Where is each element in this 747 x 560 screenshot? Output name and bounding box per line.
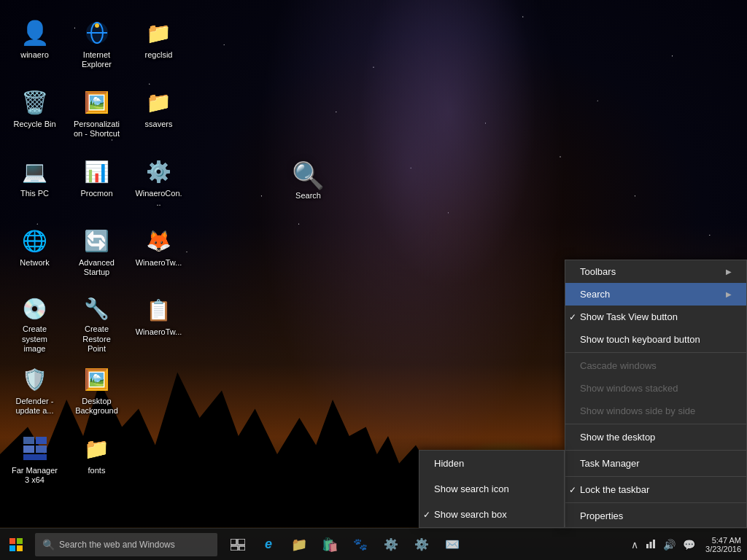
defender-label: Defender - update a...	[11, 397, 58, 416]
desktop-bg-label: Desktop Background	[73, 397, 120, 416]
fonts-icon: 📁	[82, 434, 112, 463]
ctx-show-task-view[interactable]: Show Task View button	[565, 306, 746, 328]
taskbar-search-icon: 🔍	[42, 539, 55, 551]
ctx-search[interactable]: Search	[565, 283, 746, 306]
regclsid-icon: 📁	[144, 18, 174, 47]
icon-procmon[interactable]: 📊 Procmon	[69, 153, 124, 219]
svg-rect-4	[23, 437, 34, 444]
create-system-icon: 💿	[20, 295, 50, 322]
search-desktop-icon[interactable]: 🔍 Search	[292, 160, 325, 201]
icon-this-pc[interactable]: 💻 This PC	[7, 153, 62, 219]
winaero-label: winaero	[20, 50, 49, 60]
network-label: Network	[20, 258, 49, 268]
ctx-cascade: Cascade windows	[565, 354, 746, 377]
ctx-toolbars[interactable]: Toolbars	[565, 260, 746, 283]
ctx-properties[interactable]: Properties	[565, 505, 746, 527]
action-center-icon[interactable]: 💬	[681, 537, 697, 552]
regclsid-label: regclsid	[145, 50, 173, 60]
ctx-task-manager[interactable]: Task Manager	[565, 452, 746, 475]
icon-far-manager[interactable]: Far Manager 3 x64	[7, 430, 62, 496]
mail-icon: ✉️	[445, 537, 460, 551]
ctx-show-side: Show windows side by side	[565, 400, 746, 422]
svg-rect-18	[650, 542, 652, 548]
ctx-show-touch-keyboard[interactable]: Show touch keyboard button	[565, 328, 746, 351]
icon-winaerotweak2[interactable]: 📋 WinaeroTw...	[131, 292, 186, 357]
ssavers-icon: 📁	[144, 88, 174, 117]
ie-icon	[82, 18, 112, 47]
winaerocon-icon: ⚙️	[144, 157, 174, 186]
svg-rect-13	[231, 539, 236, 545]
create-restore-label: Create Restore Point	[73, 324, 120, 354]
sub-hidden[interactable]: Hidden	[419, 451, 564, 476]
icon-winaerocon[interactable]: ⚙️ WinaeroCon...	[131, 153, 186, 219]
svg-rect-15	[231, 546, 238, 551]
task-view-button[interactable]	[223, 530, 252, 559]
icon-advanced[interactable]: 🔄 Advanced Startup	[69, 222, 124, 288]
icon-internet-explorer[interactable]: Internet Explorer	[69, 15, 124, 80]
procmon-label: Procmon	[80, 189, 112, 198]
icon-create-system-image[interactable]: 💿 Create system image	[7, 292, 62, 357]
create-system-label: Create system image	[11, 324, 58, 354]
app1-icon: 🐾	[353, 537, 368, 551]
file-explorer-button[interactable]: 📁	[285, 530, 314, 559]
icon-winaerotweak1[interactable]: 🦊 WinaeroTw...	[131, 222, 186, 288]
winaerotweak2-label: WinaeroTw...	[136, 327, 182, 337]
ssavers-label: ssavers	[145, 120, 173, 129]
search-desktop-label: Search	[295, 191, 321, 201]
icon-fonts[interactable]: 📁 fonts	[69, 430, 124, 496]
winaero-icon: 👤	[20, 18, 50, 47]
desktop-bg-icon: 🖼️	[82, 365, 112, 394]
ctx-separator-5	[565, 502, 746, 503]
procmon-icon: 📊	[82, 157, 112, 186]
store-icon: 🛍️	[322, 537, 338, 553]
volume-tray-icon[interactable]: 🔊	[662, 537, 677, 552]
taskbar-search-bar[interactable]: 🔍 Search the web and Windows	[35, 533, 217, 556]
file-explorer-icon: 📁	[291, 537, 307, 553]
svg-rect-6	[23, 446, 34, 453]
ctx-separator-2	[565, 424, 746, 424]
icon-winaero[interactable]: 👤 winaero	[7, 15, 62, 80]
network-tray-icon[interactable]	[644, 537, 657, 552]
sub-show-search-box[interactable]: Show search box	[419, 502, 564, 527]
ctx-show-stacked: Show windows stacked	[565, 377, 746, 400]
sub-show-search-icon[interactable]: Show search icon	[419, 476, 564, 502]
desktop: 👤 winaero Internet Explorer 📁 regclsid 🗑…	[0, 0, 747, 560]
winaerotweak2-icon: 📋	[144, 295, 174, 324]
desktop-icons-grid: 👤 winaero Internet Explorer 📁 regclsid 🗑…	[0, 7, 197, 503]
clock-time: 5:47 AM	[712, 536, 741, 545]
icon-personalization[interactable]: 🖼️ Personalization - Shortcut	[69, 84, 124, 149]
icon-create-restore[interactable]: 🔧 Create Restore Point	[69, 292, 124, 357]
task-view-icon	[231, 539, 245, 551]
taskbar-context-menu: Toolbars Search Show Task View button Sh…	[565, 260, 747, 528]
network-icon: 🌐	[20, 226, 50, 255]
recycle-label: Recycle Bin	[13, 120, 55, 129]
ctx-show-desktop[interactable]: Show the desktop	[565, 426, 746, 448]
taskbar-app-buttons: e 📁 🛍️ 🐾 ⚙️ ⚙️ ✉️	[220, 530, 470, 559]
edge-button[interactable]: e	[254, 530, 283, 559]
mail-button[interactable]: ✉️	[438, 530, 467, 559]
settings-button[interactable]: ⚙️	[407, 530, 436, 559]
this-pc-label: This PC	[20, 189, 49, 198]
start-button[interactable]	[0, 529, 32, 561]
icon-defender[interactable]: 🛡️ Defender - update a...	[7, 361, 62, 427]
search-desktop-img: 🔍	[292, 160, 325, 191]
search-submenu: Hidden Show search icon Show search box	[419, 450, 565, 528]
icon-network[interactable]: 🌐 Network	[7, 222, 62, 288]
ctx-separator-1	[565, 352, 746, 353]
icon-regclsid[interactable]: 📁 regclsid	[131, 15, 186, 80]
icon-recycle-bin[interactable]: 🗑️ Recycle Bin	[7, 84, 62, 149]
show-hidden-tray-button[interactable]: ∧	[630, 537, 640, 552]
defender-icon: 🛡️	[20, 365, 50, 394]
clock-date: 3/23/2016	[705, 545, 741, 553]
icon-ssavers[interactable]: 📁 ssavers	[131, 84, 186, 149]
advanced-icon: 🔄	[82, 226, 112, 255]
ctx-lock-taskbar[interactable]: Lock the taskbar	[565, 478, 746, 501]
taskbar-clock[interactable]: 5:47 AM 3/23/2016	[705, 536, 741, 553]
app1-button[interactable]: 🐾	[346, 530, 375, 559]
store-button[interactable]: 🛍️	[315, 530, 344, 559]
icon-desktop-background[interactable]: 🖼️ Desktop Background	[69, 361, 124, 427]
settings-icon: ⚙️	[414, 537, 429, 551]
svg-rect-8	[23, 454, 47, 460]
app2-button[interactable]: ⚙️	[376, 530, 406, 559]
app2-icon: ⚙️	[384, 537, 398, 551]
